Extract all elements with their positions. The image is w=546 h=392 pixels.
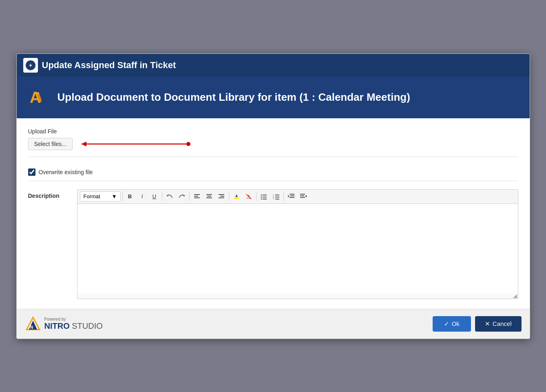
- ok-label: Ok: [452, 320, 460, 327]
- dialog-footer: N Powered by NITRO STUDIO ✓ Ok ✕ Cancel: [17, 309, 530, 339]
- svg-rect-14: [207, 196, 211, 197]
- dialog-header-icon: A: [28, 86, 50, 109]
- ok-button[interactable]: ✓ Ok: [433, 316, 471, 332]
- svg-rect-40: [300, 194, 305, 195]
- ordered-list-button[interactable]: 1.2.3.: [270, 191, 282, 202]
- svg-rect-11: [194, 197, 200, 198]
- description-editor[interactable]: [77, 204, 518, 294]
- overwrite-checkbox[interactable]: [28, 168, 35, 176]
- svg-rect-31: [275, 195, 279, 195]
- align-right-button[interactable]: [216, 191, 227, 202]
- editor-wrapper: Format ▼ B I U: [77, 189, 518, 299]
- svg-rect-17: [219, 194, 224, 195]
- svg-marker-43: [305, 195, 307, 197]
- svg-rect-25: [263, 195, 267, 195]
- svg-rect-38: [290, 197, 294, 198]
- upload-section: Upload File Select files...: [28, 128, 518, 157]
- svg-rect-21: [234, 197, 239, 199]
- svg-rect-27: [263, 197, 267, 197]
- svg-point-8: [186, 142, 190, 146]
- dialog-body: Upload File Select files... Overwrite ex…: [17, 118, 530, 309]
- italic-button[interactable]: I: [137, 191, 148, 202]
- nitro-brand-text: NITRO: [44, 321, 70, 330]
- indent-button[interactable]: [285, 191, 297, 202]
- overwrite-checkbox-row: Overwrite existing file: [28, 164, 518, 181]
- svg-rect-33: [275, 197, 279, 197]
- powered-by-block: Powered by NITRO STUDIO: [44, 317, 103, 331]
- remove-highlight-button[interactable]: [243, 191, 254, 202]
- overwrite-label[interactable]: Overwrite existing file: [39, 169, 93, 175]
- powered-by-text: Powered by: [44, 317, 103, 321]
- format-dropdown-arrow: ▼: [112, 193, 117, 199]
- svg-rect-15: [206, 197, 212, 198]
- svg-point-26: [261, 196, 262, 197]
- svg-rect-36: [290, 194, 294, 195]
- svg-text:3.: 3.: [273, 198, 274, 199]
- svg-text:+: +: [29, 62, 32, 68]
- svg-marker-39: [288, 195, 290, 197]
- dialog-title: Upload Document to Document Library for …: [57, 91, 410, 104]
- studio-text: STUDIO: [70, 321, 103, 330]
- svg-rect-9: [194, 194, 200, 195]
- outdent-button[interactable]: [298, 191, 309, 202]
- title-bar-icon: +: [23, 58, 38, 73]
- svg-rect-35: [275, 199, 279, 199]
- redo-button[interactable]: [176, 191, 188, 202]
- svg-rect-29: [263, 199, 267, 199]
- main-window: + Update Assigned Staff in Ticket A Uplo…: [16, 53, 530, 339]
- title-bar: + Update Assigned Staff in Ticket: [17, 54, 530, 77]
- cancel-label: Cancel: [493, 320, 512, 327]
- ok-checkmark-icon: ✓: [444, 320, 449, 328]
- svg-point-24: [261, 194, 262, 195]
- bold-button[interactable]: B: [124, 191, 136, 202]
- svg-rect-41: [300, 195, 304, 196]
- dialog-header: A Upload Document to Document Library fo…: [17, 77, 530, 118]
- svg-rect-13: [206, 194, 212, 195]
- underline-button[interactable]: U: [149, 191, 160, 202]
- editor-toolbar: Format ▼ B I U: [77, 190, 518, 204]
- cancel-x-icon: ✕: [485, 320, 490, 328]
- svg-marker-7: [82, 142, 86, 146]
- highlight-button[interactable]: [231, 191, 242, 202]
- svg-point-28: [261, 198, 262, 199]
- toolbar-divider-6: [283, 192, 284, 201]
- select-files-button[interactable]: Select files...: [28, 138, 73, 150]
- description-label: Description: [28, 189, 69, 199]
- toolbar-divider-4: [229, 192, 229, 201]
- resize-icon: [513, 294, 517, 298]
- undo-button[interactable]: [164, 191, 175, 202]
- svg-rect-42: [300, 197, 305, 198]
- upload-file-row: Select files...: [28, 138, 518, 157]
- footer-buttons: ✓ Ok ✕ Cancel: [433, 316, 522, 332]
- align-left-button[interactable]: [191, 191, 203, 202]
- title-bar-title: Update Assigned Staff in Ticket: [42, 60, 176, 71]
- description-section: Description Format ▼ B I U: [28, 189, 518, 299]
- format-dropdown-label: Format: [84, 193, 100, 199]
- toolbar-divider-2: [162, 192, 162, 201]
- toolbar-divider-1: [122, 192, 123, 201]
- svg-rect-37: [290, 195, 294, 196]
- editor-resize-handle: [77, 294, 518, 299]
- nitro-logo-icon: N: [25, 315, 41, 333]
- cancel-button[interactable]: ✕ Cancel: [475, 316, 522, 332]
- upload-file-label: Upload File: [28, 128, 518, 135]
- toolbar-divider-5: [256, 192, 256, 201]
- format-dropdown[interactable]: Format ▼: [80, 191, 121, 202]
- unordered-list-button[interactable]: [258, 191, 270, 202]
- svg-rect-18: [220, 196, 224, 197]
- red-arrow-annotation: [77, 138, 192, 150]
- svg-rect-10: [194, 196, 198, 197]
- nitro-logo: N Powered by NITRO STUDIO: [25, 315, 103, 333]
- align-center-button[interactable]: [203, 191, 215, 202]
- toolbar-divider-3: [189, 192, 190, 201]
- svg-rect-19: [219, 197, 224, 198]
- svg-text:N: N: [30, 325, 33, 330]
